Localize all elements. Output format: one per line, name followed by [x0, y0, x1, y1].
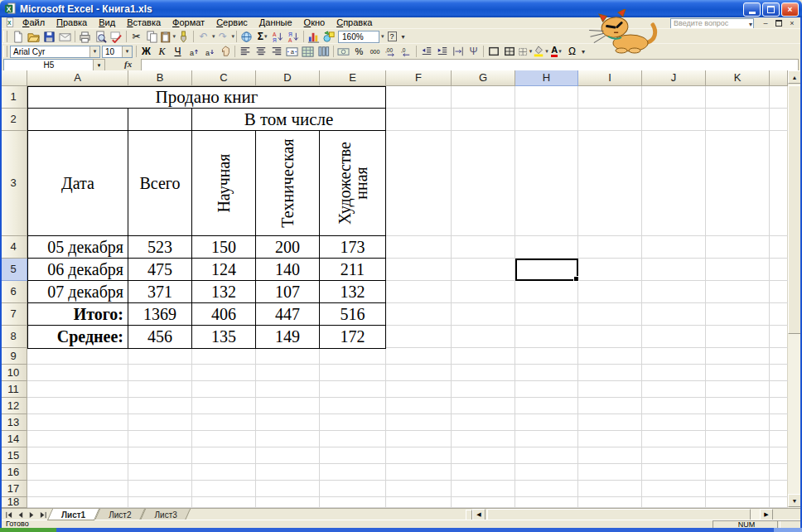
paste-icon[interactable]: ▾	[160, 30, 176, 43]
column-header-C[interactable]: C	[192, 70, 256, 86]
header-fiction-cell[interactable]: Художественная	[320, 131, 385, 236]
workbook-close-button[interactable]: ×	[785, 17, 799, 28]
menu-insert[interactable]: Вставка	[121, 17, 167, 28]
row-header-10[interactable]: 10	[0, 365, 27, 381]
table-grid-icon[interactable]	[300, 45, 316, 58]
sheet-tab-2[interactable]: Лист2	[97, 509, 143, 520]
select-all-corner[interactable]	[0, 70, 27, 86]
font-size-combobox[interactable]: 10▾	[102, 46, 133, 58]
column-header-A[interactable]: A	[27, 70, 128, 86]
cell-value[interactable]: 371	[128, 281, 192, 303]
row-header-9[interactable]: 9	[0, 348, 27, 365]
save-icon[interactable]	[41, 30, 57, 43]
cell-value[interactable]: 516	[320, 303, 385, 326]
cell-value[interactable]: 140	[256, 259, 320, 281]
workbook-restore-button[interactable]	[772, 17, 785, 28]
row-header-2[interactable]: 2	[0, 109, 27, 131]
row-header-7[interactable]: 7	[0, 303, 27, 326]
cell-value[interactable]: 173	[320, 236, 385, 259]
mail-icon[interactable]	[57, 30, 73, 43]
cell-value[interactable]: 150	[192, 236, 256, 259]
cell-value[interactable]: 475	[128, 259, 192, 281]
drawing-icon[interactable]	[321, 30, 337, 43]
column-header-K[interactable]: K	[706, 70, 770, 86]
row-header-4[interactable]: 4	[0, 236, 27, 259]
cell-value[interactable]: 211	[320, 259, 385, 281]
insert-hyperlink-icon[interactable]	[239, 30, 254, 43]
office-assistant-cat[interactable]	[583, 9, 663, 56]
active-cell-H5[interactable]	[515, 259, 578, 281]
header-science-cell[interactable]: Научная	[192, 131, 256, 236]
menu-help[interactable]: Справка	[331, 17, 378, 28]
column-header-G[interactable]: G	[452, 70, 515, 86]
format-painter-icon[interactable]	[176, 30, 191, 43]
cell-B2[interactable]	[128, 109, 192, 131]
column-header-partial[interactable]	[770, 70, 788, 86]
menu-window[interactable]: Окно	[298, 17, 331, 28]
menu-edit[interactable]: Правка	[51, 17, 93, 28]
insert-symbol-icon[interactable]: Ω	[564, 45, 580, 58]
column-header-B[interactable]: B	[128, 70, 192, 86]
row-header-14[interactable]: 14	[0, 431, 27, 447]
cell-date[interactable]: 07 декабря	[28, 281, 128, 303]
underline-icon[interactable]: Ч	[170, 45, 186, 58]
cell-value[interactable]: 124	[192, 259, 256, 281]
totals-label-cell[interactable]: Итого:	[28, 303, 128, 326]
next-sheet-icon[interactable]	[26, 510, 37, 520]
vertical-scroll-thumb[interactable]	[788, 85, 801, 334]
fill-handle[interactable]	[573, 276, 579, 282]
table-title-cell[interactable]: Продано книг	[28, 87, 385, 109]
horizontal-scrollbar[interactable]: ◀ ▶	[472, 509, 786, 520]
font-color-icon[interactable]: А▾	[548, 45, 564, 58]
align-center-icon[interactable]	[253, 45, 268, 58]
cell-date[interactable]: 05 декабря	[28, 236, 128, 259]
shrink-font-icon[interactable]: а	[201, 45, 217, 58]
average-label-cell[interactable]: Среднее:	[28, 326, 128, 348]
hand-pointer-icon[interactable]	[217, 45, 233, 58]
toolbar-drag-handle[interactable]	[3, 31, 7, 42]
increase-indent-icon[interactable]	[434, 45, 450, 58]
italic-icon[interactable]: К	[154, 45, 170, 58]
row-header-3[interactable]: 3	[0, 131, 27, 236]
menu-format[interactable]: Формат	[167, 17, 210, 28]
increase-decimal-icon[interactable]: ,00	[383, 45, 399, 58]
cell-value[interactable]: 1369	[128, 303, 192, 326]
row-header-13[interactable]: 13	[0, 414, 27, 431]
column-header-J[interactable]: J	[642, 70, 706, 86]
toolbar-options-icon[interactable]: ▾	[402, 33, 405, 41]
align-left-icon[interactable]	[237, 45, 253, 58]
decrease-indent-icon[interactable]	[418, 45, 434, 58]
menu-file[interactable]: Файл	[17, 17, 51, 28]
font-combobox[interactable]: Arial Cyr▾	[10, 46, 100, 58]
row-header-17[interactable]: 17	[0, 481, 27, 497]
close-button[interactable]: ×	[781, 2, 799, 17]
cell-value[interactable]: 523	[128, 236, 192, 259]
column-header-H[interactable]: H	[515, 70, 578, 86]
help-icon[interactable]: ?	[384, 30, 400, 43]
sheet-grid[interactable]: Продано книг В том числе Дата Всего Науч…	[0, 70, 788, 508]
minimize-button[interactable]	[743, 2, 761, 17]
formula-input[interactable]	[141, 59, 799, 71]
cell-value[interactable]: 107	[256, 281, 320, 303]
spelling-icon[interactable]	[109, 30, 124, 43]
name-box-dropdown[interactable]: ▾	[93, 59, 105, 71]
group-header-cell[interactable]: В том числе	[192, 109, 385, 131]
comma-style-icon[interactable]: 000	[367, 45, 383, 58]
percent-style-icon[interactable]: %	[351, 45, 367, 58]
border-box-icon[interactable]	[486, 45, 501, 58]
sort-descending-icon[interactable]: ЯА	[286, 30, 302, 43]
align-right-icon[interactable]	[268, 45, 284, 58]
print-preview-icon[interactable]	[93, 30, 109, 43]
merge-across-icon[interactable]	[450, 45, 466, 58]
row-header-6[interactable]: 6	[0, 281, 27, 303]
scroll-right-icon[interactable]: ▶	[760, 509, 773, 520]
merge-center-icon[interactable]: a	[284, 45, 300, 58]
border-all-icon[interactable]	[501, 45, 517, 58]
decrease-decimal-icon[interactable]: ,0	[399, 45, 414, 58]
undo-icon[interactable]: ↶	[196, 30, 211, 43]
cut-icon[interactable]: ✂	[128, 30, 144, 43]
open-folder-icon[interactable]	[26, 30, 41, 43]
bold-icon[interactable]: Ж	[138, 45, 154, 58]
redo-icon[interactable]: ↷	[215, 30, 231, 43]
header-total-cell[interactable]: Всего	[128, 131, 192, 236]
